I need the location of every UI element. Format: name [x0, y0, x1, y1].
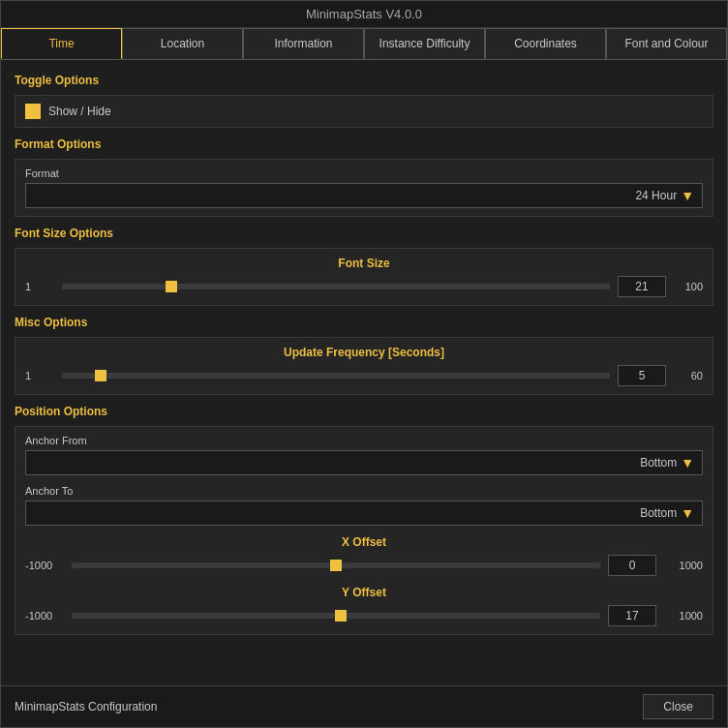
- x-offset-max: 1000: [664, 560, 703, 571]
- misc-options-box: Update Frequency [Seconds] 1 60: [15, 337, 713, 395]
- x-offset-slider-container: -1000 1000: [25, 555, 703, 576]
- anchor-from-dropdown[interactable]: Bottom ▼: [25, 450, 703, 475]
- x-offset-title: X Offset: [25, 535, 703, 549]
- misc-slider-thumb[interactable]: [95, 370, 106, 381]
- x-offset-input[interactable]: [608, 555, 656, 576]
- format-dropdown[interactable]: 24 Hour ▼: [25, 183, 703, 208]
- app-title: MinimapStats V4.0.0: [306, 7, 422, 21]
- position-options-header: Position Options: [15, 405, 713, 418]
- tab-bar: Time Location Information Instance Diffi…: [1, 28, 727, 60]
- y-offset-slider-container: -1000 1000: [25, 605, 703, 626]
- font-size-min: 1: [25, 281, 54, 292]
- anchor-to-dropdown[interactable]: Bottom ▼: [25, 500, 703, 526]
- content-area: Toggle Options Show / Hide Format Option…: [1, 60, 727, 685]
- font-size-input[interactable]: [618, 276, 666, 297]
- format-options-header: Format Options: [15, 137, 713, 151]
- footer-title: MinimapStats Configuration: [15, 700, 157, 713]
- misc-slider-track[interactable]: [62, 373, 610, 379]
- tab-instance-difficulty[interactable]: Instance Difficulty: [364, 28, 485, 59]
- anchor-to-label: Anchor To: [25, 485, 703, 497]
- tab-coordinates[interactable]: Coordinates: [485, 28, 606, 59]
- anchor-to-value: Bottom: [34, 506, 681, 520]
- font-size-slider-thumb[interactable]: [166, 281, 177, 292]
- font-size-options-header: Font Size Options: [15, 227, 713, 240]
- y-offset-max: 1000: [664, 610, 703, 622]
- font-size-slider-track[interactable]: [62, 284, 610, 289]
- y-offset-slider-track[interactable]: [72, 613, 600, 619]
- y-offset-slider-thumb[interactable]: [335, 610, 347, 622]
- y-offset-min: -1000: [25, 610, 64, 622]
- misc-value-input[interactable]: [618, 365, 666, 386]
- anchor-from-arrow: ▼: [681, 455, 694, 470]
- format-dropdown-arrow: ▼: [681, 188, 694, 203]
- tab-time[interactable]: Time: [1, 28, 122, 59]
- anchor-to-arrow: ▼: [681, 505, 694, 521]
- tab-font-and-colour[interactable]: Font and Colour: [606, 28, 727, 59]
- show-hide-label: Show / Hide: [48, 105, 111, 118]
- format-field-label: Format: [25, 167, 703, 179]
- x-offset-slider-thumb[interactable]: [330, 560, 342, 571]
- app-window: MinimapStats V4.0.0 Time Location Inform…: [0, 0, 728, 728]
- misc-slider-container: 1 60: [25, 365, 703, 386]
- misc-max: 60: [674, 370, 703, 381]
- anchor-from-label: Anchor From: [25, 435, 703, 446]
- tab-location[interactable]: Location: [122, 28, 243, 59]
- footer: MinimapStats Configuration Close: [1, 685, 727, 727]
- position-options-box: Anchor From Bottom ▼ Anchor To Bottom ▼ …: [15, 426, 713, 635]
- font-size-max: 100: [674, 281, 703, 292]
- toggle-icon[interactable]: [25, 104, 41, 119]
- toggle-row: Show / Hide: [25, 104, 703, 119]
- title-bar: MinimapStats V4.0.0: [1, 1, 727, 28]
- toggle-options-box: Show / Hide: [15, 95, 713, 128]
- toggle-options-header: Toggle Options: [15, 74, 713, 87]
- y-offset-input[interactable]: [608, 605, 656, 626]
- font-size-options-box: Font Size 1 100: [15, 248, 713, 306]
- x-offset-min: -1000: [25, 560, 64, 571]
- misc-options-header: Misc Options: [15, 316, 713, 329]
- format-dropdown-value: 24 Hour: [34, 189, 681, 202]
- font-size-slider-title: Font Size: [25, 257, 703, 270]
- tab-information[interactable]: Information: [243, 28, 364, 59]
- close-button[interactable]: Close: [643, 694, 713, 719]
- x-offset-slider-track[interactable]: [72, 562, 600, 568]
- font-size-slider-container: 1 100: [25, 276, 703, 297]
- update-frequency-title: Update Frequency [Seconds]: [25, 346, 703, 359]
- format-options-box: Format 24 Hour ▼: [15, 159, 713, 217]
- y-offset-title: Y Offset: [25, 586, 703, 599]
- misc-min: 1: [25, 370, 54, 381]
- anchor-from-value: Bottom: [34, 456, 681, 470]
